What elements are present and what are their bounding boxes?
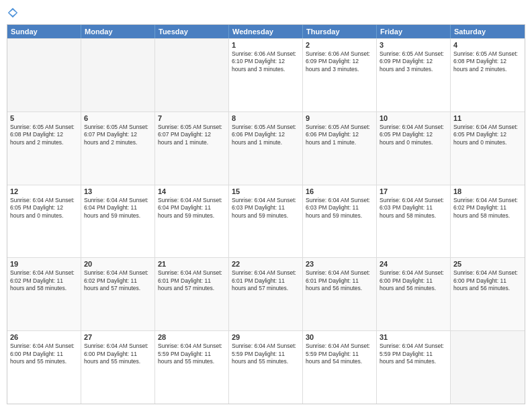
day-number: 9 [306, 114, 373, 122]
header-day-thursday: Thursday [303, 25, 377, 38]
cell-info: Sunrise: 6:04 AM Sunset: 6:00 PM Dayligh… [84, 342, 152, 365]
page: SundayMondayTuesdayWednesdayThursdayFrid… [0, 0, 532, 411]
week-row-1: 1Sunrise: 6:06 AM Sunset: 6:10 PM Daylig… [7, 38, 525, 111]
cell-info: Sunrise: 6:04 AM Sunset: 6:03 PM Dayligh… [232, 197, 300, 220]
day-number: 12 [10, 187, 78, 195]
header-day-monday: Monday [81, 25, 155, 38]
cal-cell: 15Sunrise: 6:04 AM Sunset: 6:03 PM Dayli… [229, 185, 303, 258]
cell-info: Sunrise: 6:04 AM Sunset: 6:05 PM Dayligh… [453, 124, 522, 146]
day-number: 7 [158, 114, 226, 122]
day-number: 17 [380, 187, 447, 195]
header-day-tuesday: Tuesday [155, 25, 229, 38]
day-number: 8 [232, 114, 300, 122]
cal-cell: 2Sunrise: 6:06 AM Sunset: 6:09 PM Daylig… [303, 39, 377, 111]
cell-info: Sunrise: 6:04 AM Sunset: 6:05 PM Dayligh… [380, 124, 447, 146]
cell-info: Sunrise: 6:04 AM Sunset: 6:00 PM Dayligh… [380, 269, 447, 292]
day-number: 27 [84, 333, 152, 341]
cal-cell: 26Sunrise: 6:04 AM Sunset: 6:00 PM Dayli… [7, 331, 81, 404]
week-row-5: 26Sunrise: 6:04 AM Sunset: 6:00 PM Dayli… [7, 330, 525, 404]
cal-cell: 9Sunrise: 6:05 AM Sunset: 6:06 PM Daylig… [303, 112, 377, 185]
cal-cell: 13Sunrise: 6:04 AM Sunset: 6:04 PM Dayli… [81, 185, 155, 258]
day-number: 23 [306, 260, 373, 268]
cal-cell: 17Sunrise: 6:04 AM Sunset: 6:03 PM Dayli… [377, 185, 451, 258]
cal-cell: 19Sunrise: 6:04 AM Sunset: 6:02 PM Dayli… [7, 258, 81, 330]
cell-info: Sunrise: 6:04 AM Sunset: 5:59 PM Dayligh… [380, 342, 447, 365]
cal-cell: 22Sunrise: 6:04 AM Sunset: 6:01 PM Dayli… [229, 258, 303, 330]
header-day-saturday: Saturday [451, 25, 525, 38]
cell-info: Sunrise: 6:04 AM Sunset: 6:02 PM Dayligh… [10, 269, 78, 292]
cal-cell [7, 39, 81, 111]
day-number: 13 [84, 187, 152, 195]
day-number: 10 [380, 114, 447, 122]
header-day-friday: Friday [377, 25, 451, 38]
cal-cell: 3Sunrise: 6:05 AM Sunset: 6:09 PM Daylig… [377, 39, 451, 111]
cell-info: Sunrise: 6:05 AM Sunset: 6:07 PM Dayligh… [84, 124, 152, 146]
cell-info: Sunrise: 6:04 AM Sunset: 6:00 PM Dayligh… [10, 342, 78, 365]
cell-info: Sunrise: 6:04 AM Sunset: 6:04 PM Dayligh… [84, 197, 152, 220]
cal-cell: 30Sunrise: 6:04 AM Sunset: 5:59 PM Dayli… [303, 331, 377, 404]
day-number: 19 [10, 260, 78, 268]
cell-info: Sunrise: 6:04 AM Sunset: 6:01 PM Dayligh… [158, 269, 226, 292]
day-number: 15 [232, 187, 300, 195]
cal-cell: 12Sunrise: 6:04 AM Sunset: 6:05 PM Dayli… [7, 185, 81, 258]
calendar: SundayMondayTuesdayWednesdayThursdayFrid… [7, 24, 525, 404]
cal-cell: 11Sunrise: 6:04 AM Sunset: 6:05 PM Dayli… [451, 112, 525, 185]
day-number: 21 [158, 260, 226, 268]
day-number: 6 [84, 114, 152, 122]
cell-info: Sunrise: 6:04 AM Sunset: 5:59 PM Dayligh… [306, 342, 373, 365]
day-number: 2 [306, 41, 373, 49]
cell-info: Sunrise: 6:04 AM Sunset: 6:01 PM Dayligh… [306, 269, 373, 292]
cal-cell [155, 39, 229, 111]
cell-info: Sunrise: 6:04 AM Sunset: 6:04 PM Dayligh… [158, 197, 226, 220]
cell-info: Sunrise: 6:05 AM Sunset: 6:08 PM Dayligh… [10, 124, 78, 146]
day-number: 11 [453, 114, 522, 122]
day-number: 28 [158, 333, 226, 341]
cell-info: Sunrise: 6:04 AM Sunset: 6:00 PM Dayligh… [453, 269, 522, 292]
day-number: 31 [380, 333, 447, 341]
cal-cell: 16Sunrise: 6:04 AM Sunset: 6:03 PM Dayli… [303, 185, 377, 258]
day-number: 16 [306, 187, 373, 195]
cell-info: Sunrise: 6:06 AM Sunset: 6:09 PM Dayligh… [306, 50, 373, 73]
day-number: 14 [158, 187, 226, 195]
cal-cell: 14Sunrise: 6:04 AM Sunset: 6:04 PM Dayli… [155, 185, 229, 258]
cell-info: Sunrise: 6:04 AM Sunset: 6:03 PM Dayligh… [380, 197, 447, 220]
cell-info: Sunrise: 6:05 AM Sunset: 6:08 PM Dayligh… [453, 50, 522, 73]
cal-cell: 31Sunrise: 6:04 AM Sunset: 5:59 PM Dayli… [377, 331, 451, 404]
cal-cell: 5Sunrise: 6:05 AM Sunset: 6:08 PM Daylig… [7, 112, 81, 185]
cal-cell: 20Sunrise: 6:04 AM Sunset: 6:02 PM Dayli… [81, 258, 155, 330]
cell-info: Sunrise: 6:05 AM Sunset: 6:09 PM Dayligh… [380, 50, 447, 73]
cell-info: Sunrise: 6:06 AM Sunset: 6:10 PM Dayligh… [232, 50, 300, 73]
calendar-body: 1Sunrise: 6:06 AM Sunset: 6:10 PM Daylig… [7, 38, 525, 404]
cell-info: Sunrise: 6:04 AM Sunset: 6:03 PM Dayligh… [306, 197, 373, 220]
day-number: 20 [84, 260, 152, 268]
cal-cell: 25Sunrise: 6:04 AM Sunset: 6:00 PM Dayli… [451, 258, 525, 330]
day-number: 1 [232, 41, 300, 49]
cal-cell: 10Sunrise: 6:04 AM Sunset: 6:05 PM Dayli… [377, 112, 451, 185]
header-day-sunday: Sunday [7, 25, 81, 38]
cal-cell: 23Sunrise: 6:04 AM Sunset: 6:01 PM Dayli… [303, 258, 377, 330]
logo-icon [7, 7, 19, 19]
cal-cell [451, 331, 525, 404]
day-number: 30 [306, 333, 373, 341]
cell-info: Sunrise: 6:04 AM Sunset: 6:02 PM Dayligh… [84, 269, 152, 292]
day-number: 26 [10, 333, 78, 341]
header [7, 7, 525, 19]
header-day-wednesday: Wednesday [229, 25, 303, 38]
cell-info: Sunrise: 6:04 AM Sunset: 5:59 PM Dayligh… [158, 342, 226, 365]
day-number: 3 [380, 41, 447, 49]
week-row-4: 19Sunrise: 6:04 AM Sunset: 6:02 PM Dayli… [7, 257, 525, 330]
day-number: 18 [453, 187, 522, 195]
cal-cell: 6Sunrise: 6:05 AM Sunset: 6:07 PM Daylig… [81, 112, 155, 185]
day-number: 24 [380, 260, 447, 268]
day-number: 29 [232, 333, 300, 341]
week-row-3: 12Sunrise: 6:04 AM Sunset: 6:05 PM Dayli… [7, 185, 525, 258]
logo [7, 7, 20, 19]
day-number: 25 [453, 260, 522, 268]
cell-info: Sunrise: 6:04 AM Sunset: 6:02 PM Dayligh… [453, 197, 522, 220]
cal-cell: 7Sunrise: 6:05 AM Sunset: 6:07 PM Daylig… [155, 112, 229, 185]
cal-cell: 27Sunrise: 6:04 AM Sunset: 6:00 PM Dayli… [81, 331, 155, 404]
cal-cell: 28Sunrise: 6:04 AM Sunset: 5:59 PM Dayli… [155, 331, 229, 404]
cal-cell: 29Sunrise: 6:04 AM Sunset: 5:59 PM Dayli… [229, 331, 303, 404]
cell-info: Sunrise: 6:04 AM Sunset: 5:59 PM Dayligh… [232, 342, 300, 365]
cal-cell: 1Sunrise: 6:06 AM Sunset: 6:10 PM Daylig… [229, 39, 303, 111]
